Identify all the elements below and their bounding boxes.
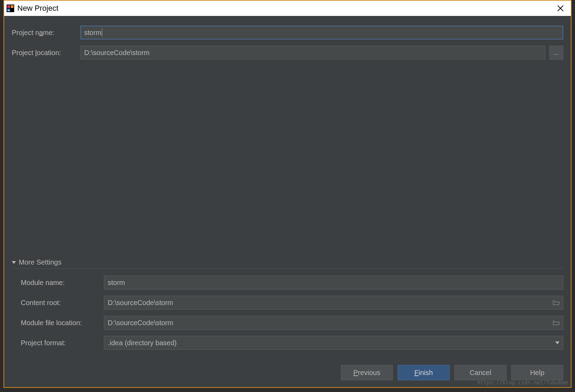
titlebar: New Project xyxy=(4,1,571,16)
watermark-text: https://blog.csdn.net/YuGuHan xyxy=(477,380,568,386)
browse-location-button[interactable]: ... xyxy=(549,46,563,60)
close-icon xyxy=(557,5,564,12)
project-format-row: Project format: .idea (directory based) xyxy=(21,336,563,350)
module-file-location-input[interactable] xyxy=(104,316,563,330)
module-name-row: Module name: xyxy=(21,276,563,289)
chevron-down-icon xyxy=(555,341,559,344)
content-spacer xyxy=(12,66,563,258)
project-location-row: Project location: ... xyxy=(12,46,563,60)
finish-button[interactable]: Finish xyxy=(398,365,450,380)
new-project-dialog: New Project Project name: storm Project … xyxy=(3,0,572,388)
more-settings-toggle[interactable]: More Settings xyxy=(12,258,563,269)
module-file-location-wrap xyxy=(104,316,563,330)
module-file-location-label: Module file location: xyxy=(21,319,100,327)
project-format-value: .idea (directory based) xyxy=(108,339,177,347)
project-location-label: Project location: xyxy=(12,49,76,57)
content-root-label: Content root: xyxy=(21,299,100,307)
window-title: New Project xyxy=(17,4,59,13)
project-format-select[interactable]: .idea (directory based) xyxy=(104,336,563,350)
button-bar: Previous Finish Cancel Help xyxy=(12,356,563,380)
more-settings-label: More Settings xyxy=(19,258,61,266)
cancel-button[interactable]: Cancel xyxy=(454,365,506,380)
project-location-input[interactable] xyxy=(80,46,545,60)
dialog-content: Project name: storm Project location: ..… xyxy=(4,16,571,387)
chevron-down-icon xyxy=(12,261,16,264)
project-name-label: Project name: xyxy=(12,29,76,37)
intellij-icon xyxy=(6,4,15,12)
content-root-row: Content root: xyxy=(21,296,563,310)
module-name-input[interactable] xyxy=(104,276,563,289)
content-root-wrap xyxy=(104,296,563,310)
folder-open-icon[interactable] xyxy=(553,300,560,305)
module-name-label: Module name: xyxy=(21,279,100,287)
help-button[interactable]: Help xyxy=(511,365,563,380)
svg-rect-2 xyxy=(11,5,14,8)
project-format-label: Project format: xyxy=(21,339,100,347)
project-name-input[interactable]: storm xyxy=(80,26,563,39)
svg-rect-1 xyxy=(7,5,10,8)
more-settings-body: Module name: Content root: Module file l… xyxy=(12,276,563,356)
svg-rect-4 xyxy=(8,10,10,11)
content-root-input[interactable] xyxy=(104,296,563,310)
titlebar-left: New Project xyxy=(6,4,59,13)
module-file-location-row: Module file location: xyxy=(21,316,563,330)
previous-button[interactable]: Previous xyxy=(341,365,393,380)
text-cursor xyxy=(102,29,102,36)
project-name-value: storm xyxy=(84,29,101,37)
folder-open-icon[interactable] xyxy=(553,320,560,326)
project-name-row: Project name: storm xyxy=(12,26,563,39)
close-button[interactable] xyxy=(555,3,566,14)
